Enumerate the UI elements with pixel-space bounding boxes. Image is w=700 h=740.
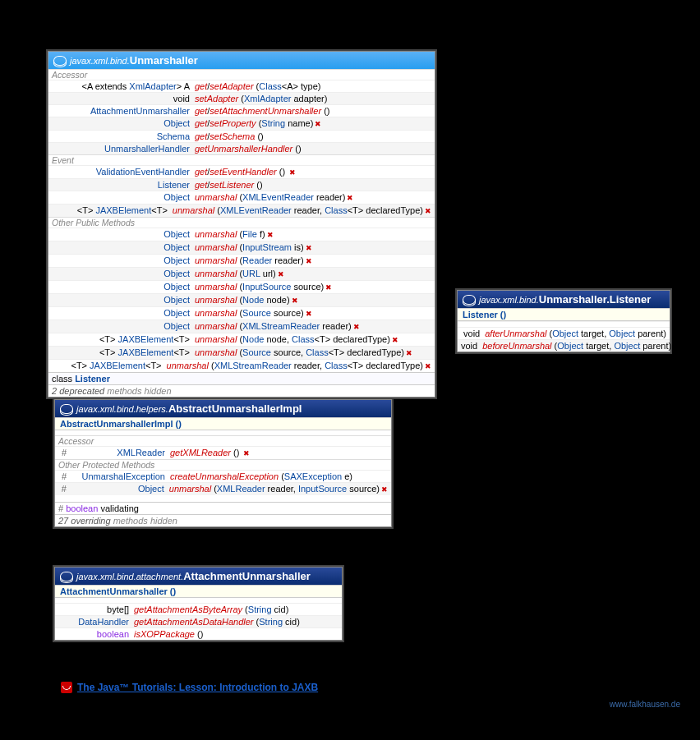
class-box-unmarshaller: javax.xml.bind.Unmarshaller Accessor <A … xyxy=(48,51,435,398)
inner-class-row: class Listener xyxy=(48,372,435,384)
package-icon xyxy=(53,56,67,66)
tutorial-link-text: The Java™ Tutorials: Lesson: Introductio… xyxy=(77,682,318,693)
package-name: javax.xml.bind.attachment. xyxy=(76,572,183,581)
class-name: Unmarshaller xyxy=(130,54,198,67)
class-name: AbstractUnmarshallerImpl xyxy=(168,402,302,415)
section-label-event: Event xyxy=(48,154,435,165)
package-name: javax.xml.bind. xyxy=(70,56,130,66)
section-label-accessor: Accessor xyxy=(48,69,435,80)
class-header: javax.xml.bind.helpers.AbstractUnmarshal… xyxy=(55,400,391,417)
site-credit: www.falkhausen.de xyxy=(610,700,680,709)
class-box-abstract-impl: javax.xml.bind.helpers.AbstractUnmarshal… xyxy=(54,399,392,527)
class-header: javax.xml.bind.Unmarshaller xyxy=(48,52,435,69)
class-box-listener: javax.xml.bind.Unmarshaller.Listener Lis… xyxy=(457,290,670,352)
constructor-row: Listener () xyxy=(458,308,670,321)
package-icon xyxy=(60,404,73,414)
overriding-note: 27 overriding methods hidden xyxy=(55,514,391,526)
class-name: AttachmentUnmarshaller xyxy=(183,570,311,582)
class-header: javax.xml.bind.Unmarshaller.Listener xyxy=(458,291,670,308)
section-label-other: Other Public Methods xyxy=(48,217,435,228)
field-row: # boolean validating xyxy=(55,502,391,514)
package-icon xyxy=(463,295,476,305)
constructor-row: AttachmentUnmarshaller () xyxy=(55,585,342,598)
tutorial-link[interactable]: The Java™ Tutorials: Lesson: Introductio… xyxy=(61,682,318,693)
class-name: Unmarshaller.Listener xyxy=(539,293,652,306)
package-name: javax.xml.bind. xyxy=(479,295,539,305)
section-label-other: Other Protected Methods xyxy=(55,459,391,470)
package-name: javax.xml.bind.helpers. xyxy=(76,404,168,414)
deprecated-note: 2 deprecated methods hidden xyxy=(48,384,435,397)
constructor-row: AbstractUnmarshallerImpl () xyxy=(55,417,391,430)
class-header: javax.xml.bind.attachment.AttachmentUnma… xyxy=(55,568,342,585)
class-box-attachment: javax.xml.bind.attachment.AttachmentUnma… xyxy=(54,567,343,641)
section-label-accessor: Accessor xyxy=(55,435,391,446)
oracle-icon xyxy=(61,682,72,693)
package-icon xyxy=(60,572,73,581)
